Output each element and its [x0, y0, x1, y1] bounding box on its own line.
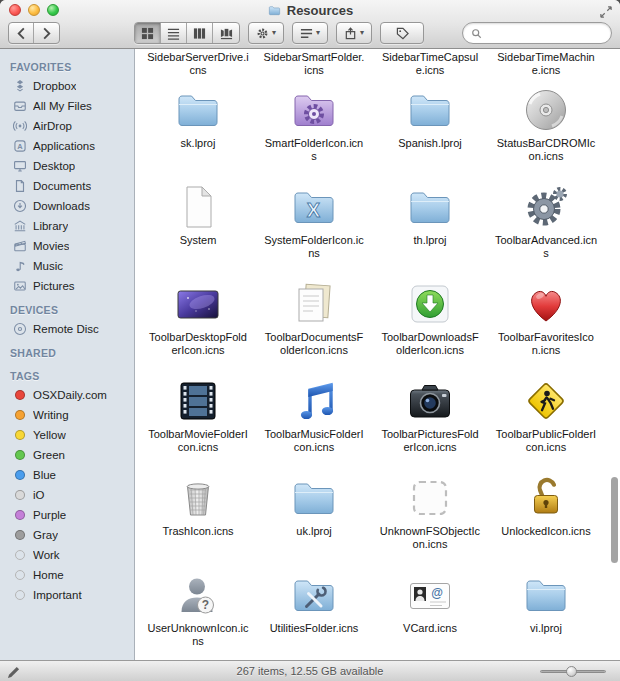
- slider-knob[interactable]: [566, 666, 577, 677]
- folder-icon: [290, 474, 338, 522]
- gear-icon: [522, 183, 570, 231]
- file-item[interactable]: ToolbarMusicFolderIcon.icns: [256, 370, 372, 467]
- sidebar-item-osxdaily-com[interactable]: OSXDaily.com: [0, 385, 134, 405]
- file-label: VCard.icns: [403, 622, 457, 635]
- vcard-icon: @: [406, 571, 454, 619]
- content-area: SidebarServerDrive.icnsSidebarSmartFolde…: [135, 49, 620, 660]
- sidebar-item-movies[interactable]: Movies: [0, 236, 134, 256]
- all-my-files-icon: [13, 99, 27, 113]
- sidebar-item-label: Documents: [33, 180, 91, 192]
- tag-color-dot: [15, 410, 25, 420]
- file-item[interactable]: SidebarTimeCapsule.icns: [372, 51, 488, 79]
- movies-icon: [13, 239, 27, 253]
- file-item[interactable]: @VCard.icns: [372, 564, 488, 660]
- file-item[interactable]: SidebarTimeMachine.icns: [488, 51, 604, 79]
- file-item[interactable]: SidebarSmartFolder.icns: [256, 51, 372, 79]
- file-label: uk.lproj: [296, 525, 331, 538]
- file-item[interactable]: UtilitiesFolder.icns: [256, 564, 372, 660]
- file-label: SidebarTimeCapsule.icns: [379, 51, 482, 77]
- sidebar-item-writing[interactable]: Writing: [0, 405, 134, 425]
- file-item[interactable]: ToolbarDesktopFolderIcon.icns: [140, 273, 256, 370]
- sidebar-item-label: Applications: [33, 140, 95, 152]
- sidebar-item-music[interactable]: Music: [0, 256, 134, 276]
- coverflow-view-button[interactable]: [213, 23, 239, 43]
- sidebar-item-blue[interactable]: Blue: [0, 465, 134, 485]
- sidebar-item-label: Library: [33, 220, 68, 232]
- file-label: StatusBarCDROMIcon.icns: [495, 137, 598, 163]
- sidebar-item-library[interactable]: Library: [0, 216, 134, 236]
- action-menu[interactable]: ▾: [248, 22, 284, 44]
- list-view-button[interactable]: [161, 23, 187, 43]
- title-bar[interactable]: Resources: [0, 0, 620, 21]
- file-label: UserUnknownIcon.icns: [147, 622, 250, 648]
- sidebar-item-label: All My Files: [33, 100, 92, 112]
- sidebar-item-pictures[interactable]: Pictures: [0, 276, 134, 296]
- file-label: SidebarTimeMachine.icns: [495, 51, 598, 77]
- sidebar-item-label: Downloads: [33, 200, 90, 212]
- window-title: Resources: [0, 0, 620, 21]
- file-item[interactable]: ToolbarMovieFolderIcon.icns: [140, 370, 256, 467]
- file-item[interactable]: th.lproj: [372, 176, 488, 273]
- sidebar-item-label: iO: [33, 489, 45, 501]
- pictures-icon: [13, 279, 27, 293]
- sidebar-item-airdrop[interactable]: AirDrop: [0, 116, 134, 136]
- sidebar-item-green[interactable]: Green: [0, 445, 134, 465]
- sidebar-item-home[interactable]: Home: [0, 565, 134, 585]
- tags-button[interactable]: [380, 22, 424, 44]
- file-item[interactable]: System: [140, 176, 256, 273]
- file-label: ToolbarPublicFolderIcon.icns: [495, 428, 598, 454]
- file-label: ToolbarMusicFolderIcon.icns: [263, 428, 366, 454]
- file-item[interactable]: Spanish.lproj: [372, 79, 488, 176]
- sidebar-item-desktop[interactable]: Desktop: [0, 156, 134, 176]
- file-item[interactable]: ToolbarDownloadsFolderIcon.icns: [372, 273, 488, 370]
- file-item[interactable]: SmartFolderIcon.icns: [256, 79, 372, 176]
- arrange-menu[interactable]: ▾: [292, 22, 328, 44]
- sidebar-item-documents[interactable]: Documents: [0, 176, 134, 196]
- heart-icon: [522, 280, 570, 328]
- sidebar-item-applications[interactable]: AApplications: [0, 136, 134, 156]
- sidebar-item-important[interactable]: Important: [0, 585, 134, 605]
- back-button[interactable]: [9, 23, 34, 43]
- file-item[interactable]: ToolbarPicturesFolderIcon.icns: [372, 370, 488, 467]
- file-item[interactable]: TrashIcon.icns: [140, 467, 256, 564]
- file-item[interactable]: ?UserUnknownIcon.icns: [140, 564, 256, 660]
- status-text: 267 items, 12.55 GB available: [0, 665, 620, 677]
- sidebar-item-gray[interactable]: Gray: [0, 525, 134, 545]
- file-label: UnlockedIcon.icns: [501, 525, 590, 538]
- tag-color-dot: [15, 470, 25, 480]
- sidebar-item-all-my-files[interactable]: All My Files: [0, 96, 134, 116]
- sidebar-item-label: Home: [33, 569, 64, 581]
- toolbar: ▾ ▾ ▾: [0, 21, 620, 48]
- file-item[interactable]: ToolbarFavoritesIcon.icns: [488, 273, 604, 370]
- sidebar-item-io[interactable]: iO: [0, 485, 134, 505]
- sidebar-item-purple[interactable]: Purple: [0, 505, 134, 525]
- column-view-button[interactable]: [187, 23, 213, 43]
- file-item[interactable]: SidebarServerDrive.icns: [140, 51, 256, 79]
- svg-text:?: ?: [202, 598, 209, 612]
- sidebar-item-work[interactable]: Work: [0, 545, 134, 565]
- sidebar-item-remote-disc[interactable]: Remote Disc: [0, 319, 134, 339]
- vertical-scrollbar-thumb[interactable]: [611, 477, 618, 563]
- file-item[interactable]: UnlockedIcon.icns: [488, 467, 604, 564]
- forward-button[interactable]: [34, 23, 59, 43]
- file-item[interactable]: sk.lproj: [140, 79, 256, 176]
- sidebar-item-downloads[interactable]: Downloads: [0, 196, 134, 216]
- search-input[interactable]: [486, 27, 603, 39]
- sidebar-item-label: Movies: [33, 240, 69, 252]
- file-item[interactable]: vi.lproj: [488, 564, 604, 660]
- share-menu[interactable]: ▾: [336, 22, 372, 44]
- icon-view-button[interactable]: [135, 23, 161, 43]
- view-mode-switcher: [134, 22, 240, 44]
- file-item[interactable]: UnknownFSObjectIcon.icns: [372, 467, 488, 564]
- file-item[interactable]: StatusBarCDROMIcon.icns: [488, 79, 604, 176]
- file-item[interactable]: ToolbarPublicFolderIcon.icns: [488, 370, 604, 467]
- file-item[interactable]: XSystemFolderIcon.icns: [256, 176, 372, 273]
- file-item[interactable]: ToolbarDocumentsFolderIcon.icns: [256, 273, 372, 370]
- sidebar-item-dropbox[interactable]: Dropbox: [0, 76, 134, 96]
- icon-size-slider[interactable]: [540, 661, 606, 681]
- file-item[interactable]: uk.lproj: [256, 467, 372, 564]
- fullscreen-icon[interactable]: [600, 4, 614, 18]
- sidebar-item-yellow[interactable]: Yellow: [0, 425, 134, 445]
- file-item[interactable]: ToolbarAdvanced.icns: [488, 176, 604, 273]
- search-field[interactable]: [462, 22, 612, 44]
